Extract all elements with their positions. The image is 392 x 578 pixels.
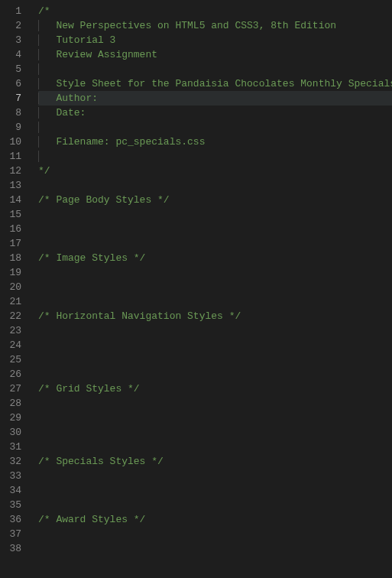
line-number: 19 <box>0 265 32 280</box>
code-text: Date: <box>56 107 98 119</box>
code-text: Tutorial 3 <box>56 34 115 46</box>
line-number: 2 <box>0 18 32 33</box>
line-number: 8 <box>0 106 32 120</box>
code-line[interactable] <box>38 265 392 280</box>
line-number: 12 <box>0 164 32 178</box>
code-line[interactable]: /* Award Styles */ <box>38 512 392 527</box>
line-number: 32 <box>0 454 32 469</box>
line-number: 36 <box>0 512 32 527</box>
code-line[interactable] <box>38 469 392 483</box>
code-line[interactable]: /* Page Body Styles */ <box>38 193 392 207</box>
line-number: 37 <box>0 527 32 541</box>
code-line[interactable] <box>38 338 392 352</box>
code-line[interactable] <box>38 222 392 236</box>
line-number: 27 <box>0 382 32 396</box>
line-number: 7 <box>0 91 32 106</box>
line-number: 6 <box>0 76 32 91</box>
code-line[interactable]: /* Grid Styles */ <box>38 382 392 396</box>
line-number: 38 <box>0 541 32 556</box>
code-text: /* Image Styles */ <box>38 252 145 264</box>
code-line[interactable] <box>38 62 392 76</box>
line-number: 30 <box>0 425 32 440</box>
line-number: 4 <box>0 47 32 62</box>
code-line[interactable]: /* <box>38 4 392 18</box>
code-line[interactable]: /* Image Styles */ <box>38 251 392 265</box>
code-text: /* Horizontal Navigation Styles */ <box>38 310 241 322</box>
line-number: 34 <box>0 483 32 498</box>
code-line[interactable]: Filename: pc_specials.css <box>38 135 392 149</box>
code-line[interactable]: Review Assignment <box>38 47 392 62</box>
line-number: 24 <box>0 338 32 352</box>
code-text: /* Grid Styles */ <box>38 383 140 395</box>
line-number: 23 <box>0 323 32 338</box>
line-number: 31 <box>0 440 32 454</box>
code-text: New Perspectives on HTML5 and CSS3, 8th … <box>56 20 336 31</box>
line-number: 3 <box>0 33 32 47</box>
code-area[interactable]: /* New Perspectives on HTML5 and CSS3, 8… <box>32 0 392 578</box>
code-line[interactable]: Date: <box>38 106 392 120</box>
code-line[interactable]: /* Horizontal Navigation Styles */ <box>38 309 392 323</box>
code-text: Review Assignment <box>56 49 157 60</box>
code-text: Style Sheet for the Pandaisia Chocolates… <box>56 78 392 89</box>
code-line[interactable]: Style Sheet for the Pandaisia Chocolates… <box>38 76 392 91</box>
line-number: 14 <box>0 193 32 207</box>
line-number: 21 <box>0 294 32 309</box>
code-line[interactable] <box>38 323 392 338</box>
line-number: 10 <box>0 135 32 149</box>
code-line[interactable] <box>38 280 392 294</box>
code-text: /* Page Body Styles */ <box>38 194 170 206</box>
line-number: 35 <box>0 498 32 512</box>
code-line[interactable] <box>38 527 392 541</box>
line-number: 13 <box>0 178 32 193</box>
line-number: 15 <box>0 207 32 222</box>
line-number: 29 <box>0 411 32 425</box>
code-line[interactable] <box>38 396 392 411</box>
line-number: 5 <box>0 62 32 76</box>
code-line[interactable] <box>38 541 392 556</box>
code-line[interactable] <box>38 120 392 135</box>
code-line[interactable]: New Perspectives on HTML5 and CSS3, 8th … <box>38 18 392 33</box>
code-text: /* Award Styles */ <box>38 514 145 525</box>
code-line[interactable] <box>38 178 392 193</box>
line-number: 16 <box>0 222 32 236</box>
line-number: 11 <box>0 149 32 164</box>
line-number: 9 <box>0 120 32 135</box>
line-number: 25 <box>0 352 32 367</box>
code-line[interactable] <box>38 425 392 440</box>
code-line[interactable] <box>38 367 392 382</box>
code-line[interactable] <box>38 440 392 454</box>
line-number: 26 <box>0 367 32 382</box>
code-line[interactable]: */ <box>38 164 392 178</box>
code-line[interactable] <box>38 149 392 164</box>
code-line[interactable]: Tutorial 3 <box>38 33 392 47</box>
code-line[interactable] <box>38 483 392 498</box>
code-line[interactable] <box>38 236 392 251</box>
code-line[interactable] <box>38 294 392 309</box>
line-number: 22 <box>0 309 32 323</box>
code-line[interactable] <box>38 498 392 512</box>
line-number: 17 <box>0 236 32 251</box>
code-text: /* Specials Styles */ <box>38 456 164 467</box>
line-number-gutter: 1234567891011121314151617181920212223242… <box>0 0 32 578</box>
code-text: */ <box>38 165 50 177</box>
code-line[interactable] <box>38 207 392 222</box>
line-number: 18 <box>0 251 32 265</box>
line-number: 28 <box>0 396 32 411</box>
code-text: Author: <box>56 93 103 104</box>
code-line[interactable]: /* Specials Styles */ <box>38 454 392 469</box>
code-line[interactable] <box>38 352 392 367</box>
line-number: 20 <box>0 280 32 294</box>
code-editor[interactable]: 1234567891011121314151617181920212223242… <box>0 0 392 578</box>
code-text: Filename: pc_specials.css <box>56 136 205 148</box>
line-number: 1 <box>0 4 32 18</box>
code-line[interactable]: Author: <box>38 91 392 106</box>
code-text: /* <box>38 5 50 17</box>
line-number: 33 <box>0 469 32 483</box>
code-line[interactable] <box>38 411 392 425</box>
